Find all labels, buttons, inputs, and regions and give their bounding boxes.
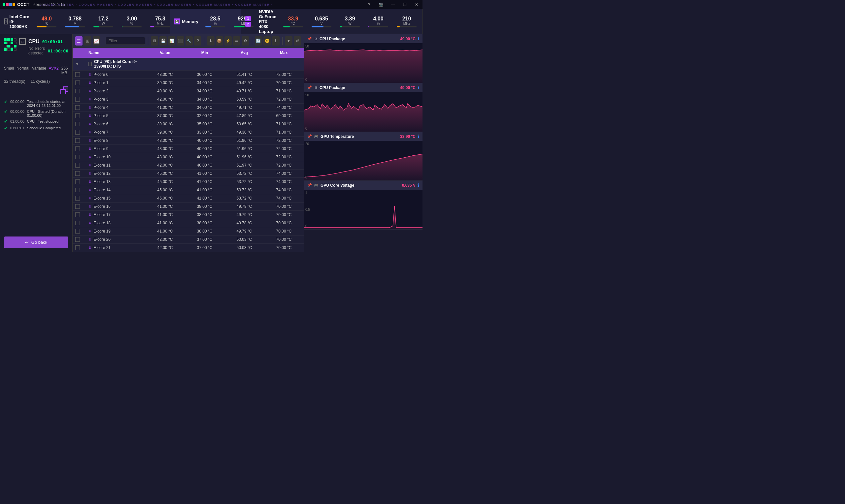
chart-gpu-voltage: 📌 🎮 GPU Core Voltage 0.635 V ℹ 1 0.5 0 — [304, 181, 423, 230]
row-name-cell-7: ⬇ P-core 7 — [86, 130, 145, 134]
memory-section-header: 💾 Memory — [174, 18, 198, 24]
lightning-btn[interactable]: ⚡ — [225, 36, 232, 46]
chart-gpu-icon-3: 🎮 — [314, 134, 318, 139]
cpu-icon: □ — [4, 18, 7, 24]
row-checkbox-14[interactable] — [75, 188, 80, 192]
package-btn[interactable]: 📦 — [216, 36, 223, 46]
emoji-btn[interactable]: 😊 — [263, 36, 271, 46]
row-checkbox-3[interactable] — [75, 97, 80, 102]
row-check-cell-4 — [73, 105, 86, 110]
row-checkbox-16[interactable] — [75, 204, 80, 209]
cpu-voltage-bar — [65, 26, 85, 28]
save-btn[interactable]: 💾 — [159, 36, 167, 46]
row-max-3: 72.00 °C — [264, 97, 304, 102]
row-checkbox-18[interactable] — [75, 221, 80, 225]
row-checkbox-7[interactable] — [75, 130, 80, 134]
row-min-11: 40.00 °C — [185, 163, 225, 167]
row-checkbox-19[interactable] — [75, 229, 80, 234]
info-btn[interactable]: ℹ — [272, 36, 279, 46]
gpu-tab-2[interactable]: 2 — [245, 22, 251, 27]
row-sort-icon-2: ⬇ — [88, 89, 91, 93]
chart-area-4: 1 0.5 0 — [304, 190, 423, 229]
chart-pin-icon-1: 📌 — [307, 37, 312, 41]
screenshot-button[interactable]: 📷 — [375, 0, 387, 9]
refresh-ring-btn[interactable]: 🔄 — [255, 36, 262, 46]
row-name-3: P-core 3 — [93, 97, 108, 102]
chart-info-btn-3[interactable]: ℹ — [418, 134, 419, 139]
help-btn[interactable]: ? — [194, 36, 201, 46]
row-check-cell-15 — [73, 196, 86, 200]
row-checkbox-1[interactable] — [75, 80, 80, 85]
row-checkbox-17[interactable] — [75, 212, 80, 217]
row-checkbox-0[interactable] — [75, 72, 80, 77]
row-sort-icon-19: ⬇ — [88, 229, 91, 234]
grid-view-btn[interactable]: ⊞ — [84, 36, 91, 46]
filter-btn[interactable]: ▼ — [285, 36, 292, 46]
chart-value-2: 49.00 °C — [400, 86, 416, 90]
row-checkbox-2[interactable] — [75, 89, 80, 93]
log-check-2: ✔ — [4, 119, 7, 124]
table-row: ⬇ E-core 16 41.00 °C 38.00 °C 49.79 °C 7… — [73, 202, 304, 211]
test-opt-avx2[interactable]: AVX2 — [49, 66, 59, 75]
test-opt-variable[interactable]: Variable — [32, 66, 46, 75]
dash-btn[interactable]: ═ — [233, 36, 240, 46]
test-opt-256mb[interactable]: 256 MB — [61, 66, 68, 75]
download-btn[interactable]: ⬇ — [207, 36, 214, 46]
table-row: ⬇ P-core 5 37.00 °C 32.00 °C 47.89 °C 69… — [73, 112, 304, 120]
chart-info-btn-2[interactable]: ℹ — [418, 85, 419, 90]
chart-header-2: 📌 🖥 CPU Package 49.00 °C ℹ — [304, 83, 423, 92]
row-sort-icon-10: ⬇ — [88, 155, 91, 159]
gpu-load-unit: % — [377, 22, 380, 25]
reset-btn[interactable]: ↺ — [294, 36, 301, 46]
header-checkbox-col — [73, 51, 86, 55]
row-checkbox-6[interactable] — [75, 122, 80, 126]
toolbar-sep-4 — [252, 37, 252, 45]
row-check-cell-12 — [73, 171, 86, 176]
chart-info-btn-4[interactable]: ℹ — [418, 183, 419, 188]
row-checkbox-12[interactable] — [75, 171, 80, 176]
help-button[interactable]: ? — [363, 0, 375, 9]
cpu-power-bar — [93, 26, 113, 28]
row-checkbox-21[interactable] — [75, 246, 80, 250]
cpu-freq-bar — [150, 26, 170, 28]
chart-view-btn[interactable]: 📈 — [93, 36, 100, 46]
close-button[interactable]: ✕ — [411, 0, 423, 9]
go-back-button[interactable]: ↩ Go back — [4, 236, 68, 248]
row-name-cell-13: ⬇ E-core 13 — [86, 179, 145, 184]
row-min-7: 33.00 °C — [185, 130, 225, 134]
test-opt-normal[interactable]: Normal — [17, 66, 29, 75]
row-checkbox-20[interactable] — [75, 237, 80, 242]
row-check-cell-0 — [73, 72, 86, 77]
copy-button[interactable] — [60, 86, 68, 94]
row-max-21: 70.00 °C — [264, 246, 304, 250]
list-view-btn[interactable]: ☰ — [75, 36, 83, 46]
row-checkbox-11[interactable] — [75, 163, 80, 167]
row-name-6: P-core 6 — [93, 122, 108, 126]
gpu-tab-1[interactable]: 1 — [245, 16, 251, 21]
monitor-btn[interactable]: 🖥 — [151, 36, 158, 46]
row-checkbox-4[interactable] — [75, 105, 80, 110]
row-checkbox-5[interactable] — [75, 113, 80, 118]
row-checkbox-10[interactable] — [75, 155, 80, 159]
tool-btn[interactable]: 🔧 — [186, 36, 193, 46]
maximize-button[interactable]: ❐ — [399, 0, 411, 9]
dark-btn[interactable]: ⬛ — [177, 36, 184, 46]
row-sort-icon-15: ⬇ — [88, 196, 91, 200]
filter-input[interactable] — [106, 37, 145, 45]
row-check-cell-20 — [73, 237, 86, 242]
settings-btn[interactable]: ⚙ — [242, 36, 249, 46]
row-avg-5: 47.89 °C — [225, 113, 264, 118]
row-max-12: 74.00 °C — [264, 171, 304, 176]
row-checkbox-8[interactable] — [75, 138, 80, 143]
row-checkbox-13[interactable] — [75, 179, 80, 184]
row-checkbox-15[interactable] — [75, 196, 80, 200]
row-checkbox-9[interactable] — [75, 146, 80, 151]
minimize-button[interactable]: — — [387, 0, 399, 9]
chart-btn[interactable]: 📊 — [168, 36, 175, 46]
row-avg-0: 51.41 °C — [225, 72, 264, 77]
test-opt-small[interactable]: Small — [4, 66, 14, 75]
row-min-9: 40.00 °C — [185, 146, 225, 151]
group-expand-icon[interactable]: ▼ — [75, 62, 79, 66]
row-value-0: 43.00 °C — [145, 72, 185, 77]
chart-info-btn-1[interactable]: ℹ — [418, 36, 419, 41]
